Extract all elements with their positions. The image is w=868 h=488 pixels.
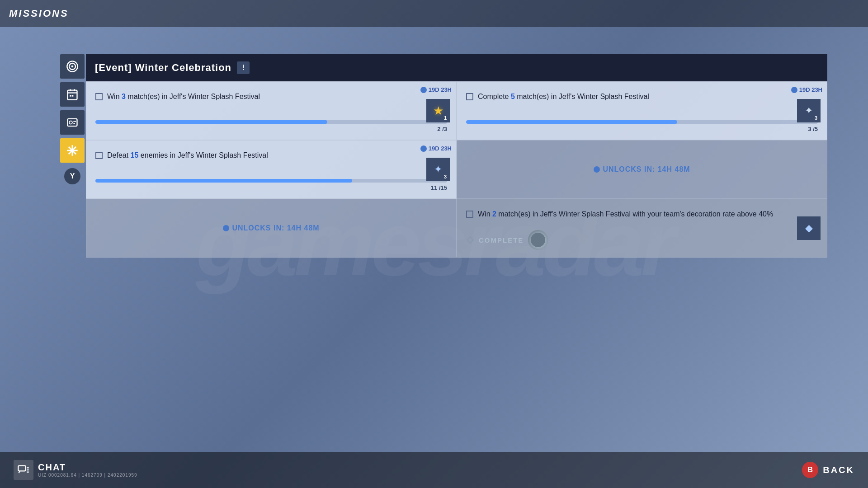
mission-text-row-6: Win 2 match(es) in Jeff's Winter Splash … [466,206,818,219]
mission-text-row-2: Complete 5 match(es) in Jeff's Winter Sp… [466,89,818,102]
snowflake-icon [66,144,79,157]
progress-bar-fill-1 [95,120,327,124]
top-bar: MISSIONS [0,0,868,27]
unlock-dot-left [223,225,229,231]
mission-complete-matches: 19D 23H Complete 5 match(es) in Jeff's W… [457,81,827,140]
page-title: MISSIONS [9,8,69,19]
chat-icon-box [14,460,33,480]
highlight-3: 15 [131,151,139,159]
highlight-1: 3 [122,93,126,100]
mission-defeat-enemies: 19D 23H Defeat 15 enemies in Jeff's Wint… [86,140,457,199]
mission-progress-1: 2 /3 [95,120,447,132]
star-blue-icon: ✦ [434,164,442,175]
event-header: [Event] Winter Celebration ! [86,54,827,81]
mission-text-2: Complete 5 match(es) in Jeff's Winter Sp… [478,92,649,102]
timer-icon-3 [420,145,427,152]
progress-bar-fill-2 [466,120,677,124]
complete-spinner [528,230,548,250]
sidebar-item-calendar[interactable] [60,82,85,107]
complete-area: COMPLETE [466,230,818,250]
timer-text-3: 19D 23H [429,145,452,152]
reward-badge-1: ★ 1 [426,99,450,122]
progress-text-3: 11 /15 [431,184,447,191]
mission-locked-right: UNLOCKS IN: 14H 48M [457,140,827,199]
mission-checkbox-3[interactable] [95,152,103,159]
back-label: BACK [823,465,854,475]
mission-text-6: Win 2 match(es) in Jeff's Winter Splash … [478,209,773,219]
mission-checkbox-2[interactable] [466,93,473,100]
svg-rect-8 [72,95,74,97]
complete-spinner-inner [531,233,545,247]
svg-rect-18 [18,466,25,471]
mission-timer-2: 19D 23H [791,86,822,93]
target-icon [66,60,79,73]
star-white-icon: ✦ [805,105,813,117]
unlock-text-left: UNLOCKS IN: 14H 48M [232,224,319,232]
chat-icon [17,464,30,476]
progress-text-2: 3 /5 [808,126,818,132]
mission-progress-3: 11 /15 [95,179,447,191]
back-button[interactable]: B BACK [802,462,854,478]
sidebar-item-target[interactable] [60,54,85,79]
chat-sub-label: UIZ 0002081.64 | 1462709 | 2402201959 [38,473,137,478]
mission-text-1: Win 3 match(es) in Jeff's Winter Splash … [107,92,260,102]
event-title: [Event] Winter Celebration [95,62,231,74]
mission-text-row-1: Win 3 match(es) in Jeff's Winter Splash … [95,89,447,102]
unlock-label-right: UNLOCKS IN: 14H 48M [594,165,690,174]
sidebar-y-button[interactable]: Y [64,168,80,184]
timer-icon-2 [791,87,797,93]
reward-count-3: 3 [442,173,449,180]
chat-button[interactable]: CHAT UIZ 0002081.64 | 1462709 | 24022019… [14,460,137,480]
reward-badge-3: ✦ 3 [426,158,450,181]
timer-text-1: 19D 23H [429,86,452,93]
sidebar-item-card[interactable] [60,110,85,135]
mission-locked-left: UNLOCKS IN: 14H 48M [86,199,457,258]
svg-rect-7 [70,95,71,97]
mission-checkbox-1[interactable] [95,93,103,100]
main-panel: [Event] Winter Celebration ! 19D 23H Win… [86,54,827,443]
reward-count-1: 1 [442,114,449,122]
calendar-icon [66,88,79,101]
mission-timer-1: 19D 23H [420,86,452,93]
highlight-6: 2 [492,210,496,218]
missions-grid: 19D 23H Win 3 match(es) in Jeff's Winter… [86,81,827,258]
complete-diamond-icon [466,236,474,244]
progress-bar-fill-3 [95,179,352,183]
back-b-icon: B [802,462,818,478]
complete-label: COMPLETE [479,236,524,244]
sidebar-item-snowflake[interactable] [60,138,85,163]
event-badge: ! [237,61,250,74]
progress-bar-bg-1 [95,120,447,124]
chat-main-label: CHAT [38,462,137,473]
svg-point-17 [71,150,74,152]
unlock-label-left: UNLOCKS IN: 14H 48M [223,224,319,232]
timer-text-2: 19D 23H [799,86,822,93]
mission-text-row-3: Defeat 15 enemies in Jeff's Winter Splas… [95,148,447,160]
timer-icon-1 [420,87,427,93]
mission-timer-3: 19D 23H [420,145,452,152]
mission-progress-2: 3 /5 [466,120,818,132]
highlight-2: 5 [511,93,515,100]
progress-text-1: 2 /3 [437,126,447,132]
svg-point-2 [71,66,74,68]
reward-badge-6: ◆ [797,216,821,240]
mission-text-3: Defeat 15 enemies in Jeff's Winter Splas… [107,150,268,160]
bottom-bar: CHAT UIZ 0002081.64 | 1462709 | 24022019… [0,452,868,488]
unlock-text-right: UNLOCKS IN: 14H 48M [603,165,690,174]
unlock-dot-right [594,166,600,173]
mission-win-decoration: Win 2 match(es) in Jeff's Winter Splash … [457,199,827,258]
progress-bar-bg-2 [466,120,818,124]
reward-count-2: 3 [812,114,820,122]
svg-point-10 [69,121,72,124]
reward-badge-2: ✦ 3 [797,99,821,122]
sidebar: Y [59,54,86,443]
mission-checkbox-6[interactable] [466,211,473,218]
card-icon [66,116,79,129]
diamond-icon: ◆ [805,222,813,234]
chat-label-area: CHAT UIZ 0002081.64 | 1462709 | 24022019… [38,462,137,478]
progress-bar-bg-3 [95,179,447,183]
mission-win-matches: 19D 23H Win 3 match(es) in Jeff's Winter… [86,81,457,140]
